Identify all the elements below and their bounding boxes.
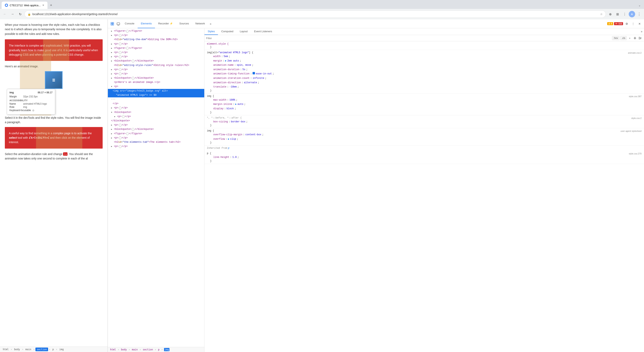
address-bar[interactable]: 🔒 localhost:1313/web-application-develop… <box>24 11 606 18</box>
dom-line[interactable]: </p> <box>108 102 204 106</box>
prop-line-height[interactable]: line-height: 1.8; <box>210 155 642 160</box>
devtools-more-tabs[interactable]: » <box>208 22 213 25</box>
tab-search-button[interactable]: ⌄ <box>637 3 642 8</box>
styles-subtab-event-listeners[interactable]: Event Listeners <box>251 28 275 35</box>
dom-line[interactable]: <p> ··· </p> <box>108 114 204 119</box>
timing-function-swatch[interactable] <box>252 72 255 74</box>
breadcrumb-el-p[interactable]: p <box>158 348 160 351</box>
reload-button[interactable]: ↻ <box>17 11 23 17</box>
prop-animation-duration[interactable]: animation-duration: 5s; <box>210 68 642 72</box>
device-toolbar-button[interactable] <box>116 21 121 27</box>
dom-line[interactable]: <p> ··· </p> <box>108 144 204 148</box>
breadcrumb-el-main[interactable]: main <box>131 348 138 351</box>
dom-line[interactable]: <figure> ··· </figure> <box>108 29 204 33</box>
expand-arrow[interactable]: ▶ <box>225 59 226 63</box>
toggle-sidebar-button[interactable] <box>638 36 642 40</box>
breadcrumb-img[interactable]: img <box>58 347 65 351</box>
dom-line-img-selected[interactable]: <img src="images/html5_badge.svg" alt= <box>108 89 204 93</box>
prop-margin[interactable]: margin: ▶ 2em auto; <box>210 59 642 63</box>
add-style-rule-button[interactable]: + <box>628 36 632 40</box>
prop-checkbox[interactable] <box>210 81 212 83</box>
prop-width[interactable]: width: 5em; <box>210 54 642 59</box>
styles-content[interactable]: element.style { } img[alt="animated HTML… <box>204 41 644 352</box>
styles-subtab-styles[interactable]: Styles <box>204 28 218 35</box>
animate-css-source[interactable]: animate.css:2 <box>628 52 642 54</box>
triangle-icon[interactable] <box>111 85 114 89</box>
prop-checkbox[interactable] <box>210 102 212 105</box>
forward-button[interactable]: → <box>9 11 16 17</box>
styles-subtab-layout[interactable]: Layout <box>236 28 251 35</box>
prop-margin-inline[interactable]: margin-inline: ▶ auto; <box>210 102 642 107</box>
dom-line[interactable]: <figure> ··· </figure> <box>108 132 204 136</box>
prop-overflow-clip-margin[interactable]: overflow-clip-margin: content-box; <box>210 133 642 137</box>
tab-close-button[interactable]: ✕ <box>42 4 44 7</box>
breadcrumb-html[interactable]: html <box>2 347 10 351</box>
dom-line[interactable]: <h2 id="editing-the-dom" >Editing the DO… <box>108 38 204 42</box>
prop-animation-name[interactable]: animation-name: spin, move; <box>210 63 642 68</box>
expand-arrow[interactable]: ▶ <box>228 137 230 141</box>
inherited-link[interactable]: p <box>228 147 230 150</box>
prop-checkbox[interactable] <box>210 59 212 62</box>
devtools-settings-button[interactable]: ⚙ <box>624 21 630 27</box>
prop-animation-timing[interactable]: animation-timing-function: ease-in-out; <box>210 72 642 76</box>
prop-checkbox[interactable] <box>210 137 212 140</box>
prop-translate[interactable]: translate: -10em; <box>210 85 642 89</box>
prop-overflow[interactable]: overflow: ▶ clip; <box>210 137 642 141</box>
triangle-icon[interactable] <box>111 127 114 131</box>
triangle-icon[interactable] <box>111 132 114 136</box>
triangle-icon[interactable] <box>111 68 114 72</box>
prop-checkbox[interactable] <box>210 63 212 66</box>
menu-button[interactable]: ⋮ <box>636 11 642 17</box>
triangle-icon[interactable] <box>114 115 117 118</box>
styles-more-button[interactable]: » <box>639 28 644 35</box>
breadcrumb-body[interactable]: body <box>13 347 21 351</box>
triangle-icon[interactable] <box>111 136 114 140</box>
prop-max-width[interactable]: max-width: 100%; <box>210 98 642 102</box>
triangle-icon[interactable] <box>111 29 114 33</box>
dom-more-options[interactable]: ··· <box>108 97 204 102</box>
triangle-icon[interactable] <box>111 55 114 59</box>
profile-button[interactable]: A <box>629 11 635 17</box>
active-tab[interactable]: CTEC2712: Web applica... ✕ <box>2 2 48 9</box>
breadcrumb-section[interactable]: section <box>36 347 48 351</box>
styles-subtab-computed[interactable]: Computed <box>218 28 236 35</box>
devtools-more-button[interactable]: ⋮ <box>630 21 636 27</box>
prop-checkbox[interactable] <box>210 133 212 135</box>
dom-line[interactable]: <h2 id="the-elements-tab" >The elements … <box>108 140 204 144</box>
back-button[interactable]: ← <box>2 11 8 17</box>
dom-line[interactable]: <p>Here's an animated image.</p> <box>108 80 204 84</box>
dom-line[interactable]: <blockquote> ··· </blockquote> <box>108 127 204 131</box>
prop-display[interactable]: display: block; <box>210 107 642 111</box>
triangle-icon[interactable] <box>111 42 114 46</box>
prop-checkbox[interactable] <box>210 120 212 122</box>
dom-line[interactable]: <p> ··· </p> <box>108 50 204 55</box>
prop-checkbox[interactable] <box>210 107 212 109</box>
more-tools-button[interactable]: ⋮ <box>622 11 628 17</box>
breadcrumb-el-body[interactable]: body <box>120 348 128 351</box>
style-css-270-source[interactable]: style.css:270 <box>629 152 642 155</box>
breadcrumb-el-section[interactable]: section <box>142 348 154 351</box>
breadcrumb-el-img[interactable]: img <box>164 348 170 351</box>
prop-checkbox[interactable] <box>210 76 212 79</box>
triangle-icon[interactable] <box>111 76 114 80</box>
devtools-tab-console[interactable]: Console <box>122 19 138 28</box>
devtools-tab-recorder[interactable]: Recorder ⚡ <box>155 19 176 28</box>
dom-line[interactable]: <h2 id="editing-style-rules" >Editing st… <box>108 63 204 68</box>
style-css-2-source[interactable]: style.css:2 <box>631 117 642 119</box>
breadcrumb-el-html[interactable]: html <box>110 348 116 351</box>
prop-checkbox[interactable] <box>210 55 212 57</box>
triangle-icon[interactable] <box>111 106 114 110</box>
dom-line[interactable]: <blockquote> ··· </blockquote> <box>108 59 204 63</box>
extension-icon[interactable]: ⊞ <box>614 11 621 17</box>
prop-checkbox[interactable] <box>210 155 212 158</box>
element-selector-tool[interactable] <box>110 21 115 27</box>
dom-line[interactable]: </blockquote> <box>108 119 204 123</box>
style-css-387-source[interactable]: style.css:387 <box>629 95 642 98</box>
dom-line[interactable]: <p> <box>108 84 204 89</box>
hov-button[interactable]: :hov <box>612 36 620 40</box>
dom-line[interactable]: <p> ··· </p> <box>108 42 204 46</box>
devtools-close-button[interactable]: ✕ <box>637 21 642 27</box>
styles-filter-input[interactable] <box>206 37 611 40</box>
dom-line[interactable]: <p> ··· </p> <box>108 33 204 38</box>
dom-line[interactable]: <p> ··· </p> <box>108 123 204 127</box>
